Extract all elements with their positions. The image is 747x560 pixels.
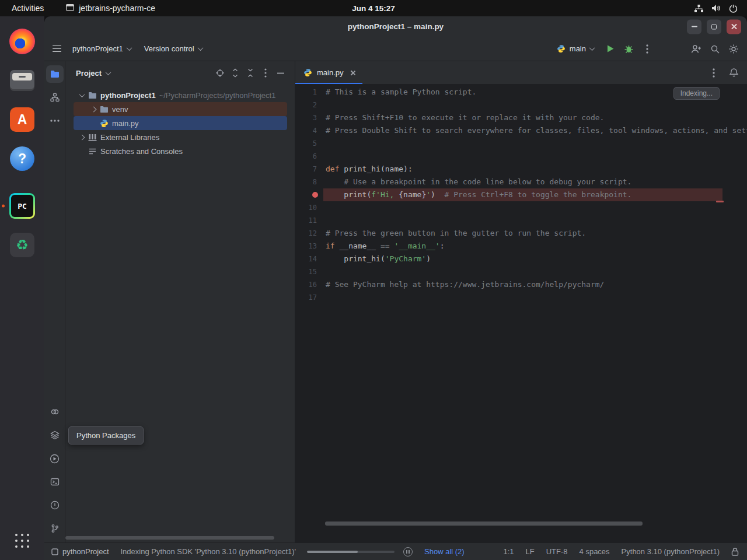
- code-line-16[interactable]: 16# See PyCharm help at https://www.jetb…: [295, 278, 747, 291]
- tree-item-main-py[interactable]: main.py: [74, 116, 287, 130]
- code-line-3[interactable]: 3# Press Shift+F10 to execute it or repl…: [295, 111, 747, 124]
- gutter-line-number[interactable]: 4: [295, 124, 323, 137]
- hide-panel-button[interactable]: [276, 68, 285, 78]
- debug-button[interactable]: [620, 40, 637, 58]
- activities-button[interactable]: Activities: [12, 4, 44, 13]
- maximize-button[interactable]: [707, 19, 721, 34]
- volume-icon[interactable]: [711, 4, 721, 12]
- python-packages-tool-button[interactable]: [45, 424, 65, 447]
- more-actions-button[interactable]: [638, 40, 656, 58]
- gutter-line-number[interactable]: 5: [295, 137, 323, 150]
- network-icon[interactable]: [694, 5, 703, 12]
- vcs-selector[interactable]: Version control: [138, 41, 208, 57]
- tree-item-external-libraries[interactable]: External Libraries: [74, 130, 287, 144]
- minimize-button[interactable]: [687, 19, 701, 34]
- collapse-all-button[interactable]: [246, 68, 255, 78]
- project-horizontal-scrollbar[interactable]: [65, 536, 274, 540]
- notifications-bell-button[interactable]: [729, 68, 739, 78]
- chevron-right-icon[interactable]: [77, 135, 86, 139]
- panel-options-button[interactable]: [261, 68, 270, 78]
- tab-close-icon[interactable]: [350, 69, 357, 76]
- dock-files[interactable]: [0, 64, 44, 97]
- gutter-line-number[interactable]: 13: [295, 240, 323, 253]
- code-line-9[interactable]: print(f'Hi, {name}') # Press Ctrl+F8 to …: [295, 188, 747, 201]
- power-icon[interactable]: [729, 4, 738, 13]
- editor-horizontal-scrollbar[interactable]: [325, 522, 643, 526]
- code-line-10[interactable]: 10: [295, 201, 747, 214]
- python-console-tool-button[interactable]: [45, 400, 65, 424]
- dock-pycharm[interactable]: PC: [0, 189, 44, 223]
- gutter-line-number[interactable]: 10: [295, 201, 323, 214]
- dock-help[interactable]: ?: [0, 142, 44, 176]
- indexing-progress-widget[interactable]: Indexing Python SDK 'Python 3.10 (python…: [115, 547, 419, 556]
- code-line-14[interactable]: 14 print_hi('PyCharm'): [295, 253, 747, 265]
- clock[interactable]: Jun 4 15:27: [352, 4, 395, 13]
- code-line-5[interactable]: 5: [295, 137, 747, 150]
- tree-item-venv[interactable]: venv: [74, 102, 287, 116]
- tab-main-py[interactable]: main.py: [295, 61, 362, 84]
- close-button[interactable]: [727, 19, 741, 34]
- terminal-tool-button[interactable]: [45, 470, 65, 494]
- search-everywhere-button[interactable]: [706, 40, 724, 58]
- tree-item-scratches-and-consoles[interactable]: Scratches and Consoles: [74, 144, 287, 158]
- code-line-7[interactable]: 7def print_hi(name):: [295, 163, 747, 176]
- gutter-line-number[interactable]: 7: [295, 163, 323, 176]
- code-line-11[interactable]: 11: [295, 214, 747, 227]
- editor[interactable]: 1# This is a sample Python script.2 3# P…: [295, 85, 747, 542]
- code-line-8[interactable]: 8 # Use a breakpoint in the code line be…: [295, 176, 747, 188]
- gutter-line-number[interactable]: 14: [295, 253, 323, 265]
- code-line-4[interactable]: 4# Press Double Shift to search everywhe…: [295, 124, 747, 137]
- dock-software-updater[interactable]: ♻: [0, 228, 44, 262]
- version-control-tool-button[interactable]: [45, 517, 65, 540]
- code-with-me-button[interactable]: [687, 40, 705, 58]
- code-line-2[interactable]: 2: [295, 99, 747, 111]
- settings-button[interactable]: [725, 40, 742, 58]
- code-line-12[interactable]: 12# Press the green button in the gutter…: [295, 227, 747, 240]
- expand-all-button[interactable]: [231, 68, 240, 78]
- run-config-selector[interactable]: main: [551, 41, 600, 57]
- gutter-line-number[interactable]: 15: [295, 265, 323, 278]
- caret-position-widget[interactable]: 1:1: [497, 547, 519, 556]
- gutter-line-number[interactable]: 11: [295, 214, 323, 227]
- gutter-line-number[interactable]: 8: [295, 176, 323, 188]
- chevron-right-icon[interactable]: [89, 107, 98, 111]
- gutter-line-number[interactable]: 12: [295, 227, 323, 240]
- gutter-line-number[interactable]: 6: [295, 150, 323, 163]
- gutter-line-number[interactable]: 17: [295, 291, 323, 304]
- project-tool-button[interactable]: [45, 62, 65, 86]
- dock-firefox[interactable]: [0, 24, 44, 58]
- tab-options-button[interactable]: [713, 68, 715, 78]
- project-selector[interactable]: pythonProject1: [67, 41, 137, 57]
- workspace-widget[interactable]: pythonProject: [51, 547, 115, 556]
- lock-widget[interactable]: [725, 547, 739, 556]
- code-line-15[interactable]: 15: [295, 265, 747, 278]
- gutter-line-number[interactable]: 3: [295, 111, 323, 124]
- chevron-down-icon[interactable]: [106, 69, 111, 75]
- interpreter-widget[interactable]: Python 3.10 (pythonProject1): [616, 547, 725, 556]
- locate-file-button[interactable]: [215, 68, 225, 78]
- dock-ubuntu-software[interactable]: A: [0, 103, 44, 136]
- gutter-line-number[interactable]: 2: [295, 99, 323, 111]
- chevron-down-icon[interactable]: [77, 93, 86, 97]
- more-tool-windows-button[interactable]: [45, 109, 65, 132]
- structure-tool-button[interactable]: [45, 86, 65, 109]
- project-panel-title[interactable]: Project: [76, 69, 102, 78]
- code-line-6[interactable]: 6: [295, 150, 747, 163]
- breakpoint-dot[interactable]: [312, 192, 318, 198]
- window-titlebar[interactable]: pythonProject1 – main.py: [44, 16, 747, 37]
- main-menu-button[interactable]: [48, 40, 65, 58]
- show-all-link[interactable]: Show all (2): [418, 547, 470, 556]
- gutter-line-number[interactable]: 1: [295, 86, 323, 99]
- run-button[interactable]: [601, 40, 619, 58]
- gutter-breakpoint[interactable]: [295, 188, 323, 201]
- line-separator-widget[interactable]: LF: [520, 547, 540, 556]
- encoding-widget[interactable]: UTF-8: [540, 547, 574, 556]
- pause-icon[interactable]: [403, 547, 413, 556]
- gutter-line-number[interactable]: 16: [295, 278, 323, 291]
- show-applications-button[interactable]: [13, 532, 31, 550]
- app-indicator[interactable]: jetbrains-pycharm-ce: [66, 4, 155, 13]
- tree-item-pythonproject1[interactable]: pythonProject1~/PycharmProjects/pythonPr…: [74, 88, 287, 102]
- indent-widget[interactable]: 4 spaces: [574, 547, 616, 556]
- run-tool-button[interactable]: [45, 447, 65, 470]
- code-line-13[interactable]: 13if __name__ == '__main__':: [295, 240, 747, 253]
